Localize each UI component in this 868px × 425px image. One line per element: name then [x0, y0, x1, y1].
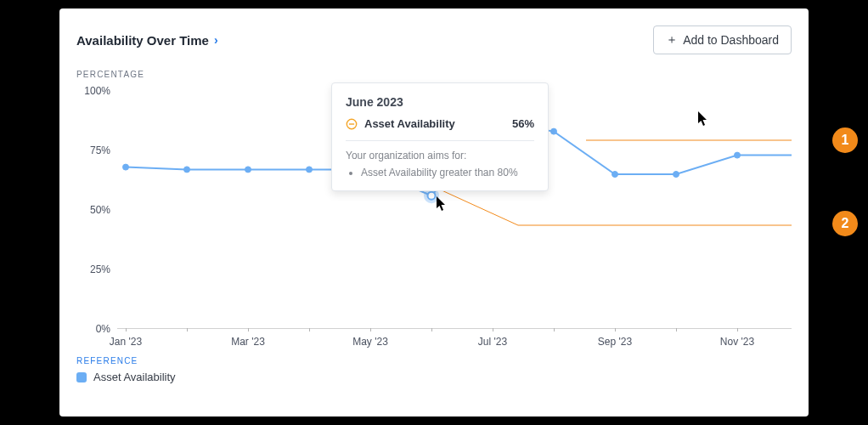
- svg-point-2: [245, 167, 251, 173]
- card-header: Availability Over Time › ＋ Add to Dashbo…: [76, 26, 792, 54]
- callout-1: 1: [832, 128, 858, 153]
- card-title: Availability Over Time: [76, 33, 209, 48]
- plus-icon: ＋: [666, 32, 678, 48]
- x-tick: Sep '23: [598, 336, 632, 348]
- callout-1-label: 1: [842, 133, 849, 148]
- chevron-right-icon: ›: [214, 33, 218, 47]
- svg-point-3: [307, 167, 313, 173]
- add-button-label: Add to Dashboard: [683, 33, 779, 47]
- tooltip-row: Asset Availability 56%: [346, 117, 534, 141]
- svg-point-0: [123, 164, 129, 170]
- legend-swatch: [76, 372, 87, 382]
- y-axis-label: PERCENTAGE: [76, 70, 792, 79]
- svg-point-6: [428, 192, 436, 200]
- svg-point-10: [674, 172, 679, 178]
- tooltip-title: June 2023: [346, 95, 534, 109]
- add-to-dashboard-button[interactable]: ＋ Add to Dashboard: [653, 26, 792, 54]
- warning-icon: [346, 118, 358, 130]
- y-tick: 0%: [76, 323, 110, 335]
- legend: REFERENCE Asset Availability: [76, 356, 792, 383]
- chart-card: Availability Over Time › ＋ Add to Dashbo…: [59, 8, 809, 416]
- y-tick: 50%: [76, 204, 110, 216]
- legend-item-label: Asset Availability: [93, 371, 176, 383]
- callout-2-label: 2: [842, 216, 849, 231]
- x-tick: May '23: [352, 336, 388, 348]
- tooltip: June 2023 Asset Availability 56% Your or…: [331, 82, 549, 191]
- x-tick: Nov '23: [720, 336, 754, 348]
- y-tick: 75%: [76, 144, 110, 156]
- tooltip-context-label: Your organization aims for:: [346, 150, 534, 162]
- svg-point-9: [612, 172, 618, 178]
- tooltip-context: Your organization aims for: Asset Availa…: [346, 141, 534, 178]
- svg-rect-13: [349, 123, 354, 124]
- card-title-link[interactable]: Availability Over Time ›: [76, 33, 218, 48]
- y-tick: 25%: [76, 264, 110, 275]
- legend-item[interactable]: Asset Availability: [76, 371, 792, 383]
- svg-point-1: [184, 167, 190, 173]
- legend-title: REFERENCE: [76, 356, 792, 366]
- x-tick: Jul '23: [478, 336, 507, 348]
- tooltip-series-label: Asset Availability: [364, 117, 455, 130]
- callout-2: 2: [832, 211, 858, 236]
- x-tick: Mar '23: [231, 336, 265, 348]
- tooltip-context-goal: Asset Availability greater than 80%: [361, 167, 534, 178]
- tooltip-series-value: 56%: [512, 117, 534, 130]
- plot-wrap: 0% 25% 50% 75% 100% Jan '23 Mar '23 May …: [76, 82, 792, 346]
- svg-point-11: [735, 152, 741, 158]
- x-tick: Jan '23: [110, 336, 142, 348]
- svg-point-8: [551, 128, 557, 134]
- y-tick: 100%: [76, 85, 110, 97]
